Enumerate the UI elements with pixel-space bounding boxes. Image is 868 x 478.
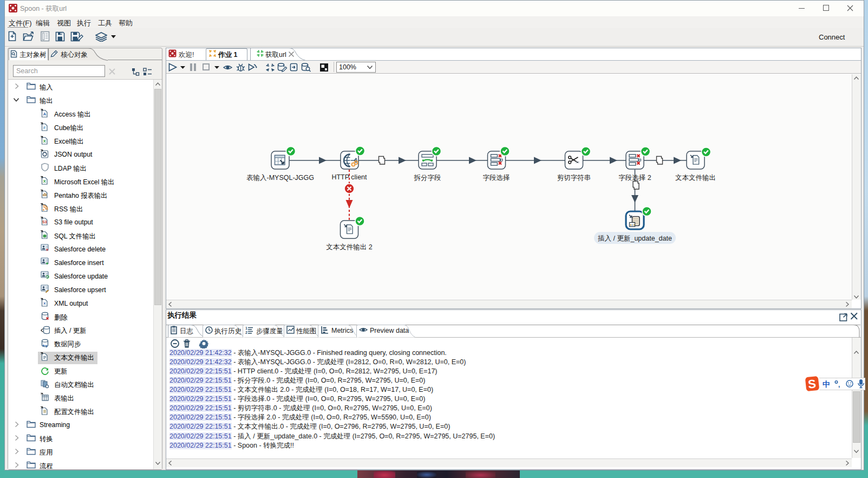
svg-text:#: # <box>43 125 46 130</box>
svg-text:X: X <box>43 179 47 184</box>
svg-text:x: x <box>43 301 46 306</box>
svg-text:2: 2 <box>245 331 247 334</box>
svg-text:,: , <box>838 381 840 389</box>
svg-text:S3: S3 <box>42 220 47 224</box>
svg-text:A: A <box>43 111 47 116</box>
svg-text:1: 1 <box>245 326 247 330</box>
svg-text:S: S <box>807 377 817 391</box>
svg-text:X: X <box>43 138 47 143</box>
